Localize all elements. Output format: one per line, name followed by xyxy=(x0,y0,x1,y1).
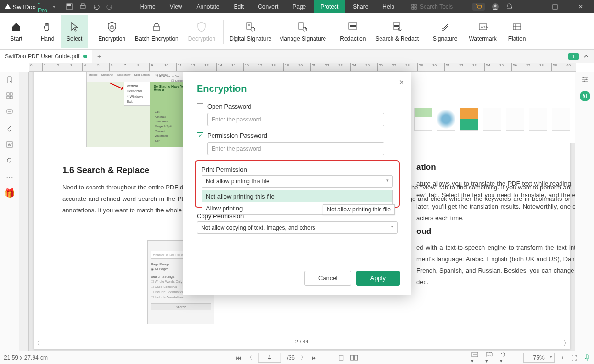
svg-rect-15 xyxy=(299,23,303,29)
manage-sign-icon xyxy=(297,21,308,33)
maximize-button[interactable] xyxy=(545,0,564,13)
pin-icon[interactable] xyxy=(584,354,590,361)
svg-line-37 xyxy=(11,162,12,164)
redaction-button[interactable]: Redaction xyxy=(334,15,371,48)
digital-sign-icon xyxy=(245,21,256,33)
modal-title: Encryption xyxy=(197,83,398,94)
menu-edit[interactable]: Edit xyxy=(227,0,251,13)
save-icon[interactable] xyxy=(66,3,73,11)
statusbar: 21.59 x 27.94 cm ⏮ 〈 4 /36 〉 ⏭ ▾ ▾ ▾ − 7… xyxy=(0,351,594,364)
menu-page[interactable]: Page xyxy=(286,0,313,13)
view-facing-icon[interactable] xyxy=(350,354,358,361)
apply-button[interactable]: Apply xyxy=(356,271,400,286)
menu-home[interactable]: Home xyxy=(134,0,162,13)
fit-width-icon[interactable]: ▾ xyxy=(471,351,479,364)
app-logo[interactable]: SwifDoo-Pro ▼ xyxy=(0,0,60,14)
copy-permission-dropdown[interactable]: Not allow copying of text, images, and o… xyxy=(197,221,398,234)
cart-icon[interactable] xyxy=(472,3,485,11)
search-redact-button[interactable]: Search & Redact xyxy=(371,15,423,48)
add-tab-button[interactable]: + xyxy=(92,53,106,60)
bookmark-icon[interactable] xyxy=(5,75,14,84)
collapse-ribbon-icon[interactable] xyxy=(581,54,592,59)
next-page-arrow[interactable]: 〉 xyxy=(563,339,570,348)
menu-help[interactable]: Help xyxy=(376,0,401,13)
svg-rect-11 xyxy=(111,26,113,29)
layers-icon[interactable]: ⋯ xyxy=(5,172,14,182)
app-menu-dropdown-icon[interactable]: ▼ xyxy=(52,5,56,9)
watermark-button[interactable]: WXN Watermark xyxy=(463,15,502,48)
minimize-button[interactable]: ─ xyxy=(519,0,538,13)
open-password-input[interactable]: Enter the password xyxy=(207,113,384,126)
page-dimensions: 21.59 x 27.94 cm xyxy=(4,354,48,361)
attachments-icon[interactable] xyxy=(5,123,14,133)
svg-rect-7 xyxy=(415,7,416,9)
search-tools-input[interactable] xyxy=(420,3,472,10)
permission-password-input[interactable]: Enter the password xyxy=(207,142,384,155)
page-input[interactable]: 4 xyxy=(258,353,281,363)
menu-annotate[interactable]: Annotate xyxy=(190,0,226,13)
zoom-out-icon[interactable]: − xyxy=(513,355,516,361)
open-password-checkbox[interactable] xyxy=(197,103,203,110)
redo-icon[interactable] xyxy=(106,3,113,11)
page-navigation: ⏮ 〈 4 /36 〉 ⏭ xyxy=(236,353,358,363)
svg-rect-44 xyxy=(339,355,343,360)
swifdo-logo-icon xyxy=(4,3,11,11)
first-page-icon[interactable]: ⏮ xyxy=(236,355,241,361)
bell-icon[interactable] xyxy=(506,3,513,10)
signature-button[interactable]: Signature xyxy=(427,15,463,48)
search-icon[interactable] xyxy=(5,156,14,165)
svg-rect-45 xyxy=(351,355,354,360)
menu-view[interactable]: View xyxy=(163,0,189,13)
close-button[interactable]: ✕ xyxy=(571,0,590,13)
batch-encryption-button[interactable]: Batch Encryption xyxy=(131,15,182,48)
ai-badge[interactable]: AI xyxy=(580,91,590,101)
shield-lock-icon xyxy=(106,21,118,33)
menu-convert[interactable]: Convert xyxy=(251,0,285,13)
select-button[interactable]: Select xyxy=(61,15,88,48)
thumbnails-icon[interactable] xyxy=(5,91,14,100)
search-tools[interactable] xyxy=(405,3,472,10)
tabbar: SwifDoo PDF User Guide.pdf + 1 xyxy=(0,50,594,63)
grid-icon xyxy=(411,4,417,10)
ribbon: Start Hand Select Encryption Batch Encry… xyxy=(0,13,594,50)
svg-point-36 xyxy=(7,158,11,162)
encryption-button[interactable]: Encryption xyxy=(92,15,131,48)
print-icon[interactable] xyxy=(79,3,87,11)
rotate-icon[interactable]: ▾ xyxy=(500,351,506,364)
word-icon[interactable]: W xyxy=(5,140,14,149)
zoom-level[interactable]: 75% xyxy=(523,353,555,363)
print-option-not-allow[interactable]: Not allow printing this file xyxy=(202,190,392,202)
print-permission-dropdown[interactable]: Not allow printing this file xyxy=(202,175,393,188)
fullscreen-icon[interactable] xyxy=(571,354,578,361)
start-button[interactable]: Start xyxy=(3,15,30,48)
undo-icon[interactable] xyxy=(92,3,100,11)
menu-share[interactable]: Share xyxy=(346,0,375,13)
svg-point-42 xyxy=(585,79,587,80)
zoom-in-icon[interactable]: + xyxy=(561,355,564,361)
last-page-icon[interactable]: ⏭ xyxy=(312,355,317,361)
prev-page-icon[interactable]: 〈 xyxy=(247,354,252,361)
user-icon[interactable] xyxy=(492,3,499,11)
permission-password-checkbox[interactable]: ✓ xyxy=(197,132,203,139)
read-mode-icon[interactable]: ▾ xyxy=(485,351,493,364)
modified-indicator xyxy=(83,55,87,58)
svg-point-43 xyxy=(583,81,585,82)
main-menu: Home View Annotate Edit Convert Page Pro… xyxy=(134,0,401,13)
document-tab[interactable]: SwifDoo PDF User Guide.pdf xyxy=(0,50,92,63)
hand-button[interactable]: Hand xyxy=(34,15,61,48)
gift-icon[interactable]: 🎁 xyxy=(5,188,14,198)
page-badge[interactable]: 1 xyxy=(568,53,579,60)
prev-page-arrow[interactable]: 〈 xyxy=(34,339,40,348)
digital-signature-button[interactable]: Digital Signature xyxy=(225,15,275,48)
manage-signature-button[interactable]: Manage Signature xyxy=(275,15,330,48)
svg-point-9 xyxy=(494,5,497,7)
svg-rect-10 xyxy=(553,5,557,9)
menu-protect[interactable]: Protect xyxy=(314,0,345,13)
settings-icon[interactable] xyxy=(580,75,590,84)
cancel-button[interactable]: Cancel xyxy=(304,271,351,286)
next-page-icon[interactable]: 〉 xyxy=(301,354,306,361)
flatten-button[interactable]: Flatten xyxy=(503,15,532,48)
comments-icon[interactable] xyxy=(5,107,14,117)
view-single-icon[interactable] xyxy=(338,354,345,361)
modal-close-icon[interactable]: ✕ xyxy=(399,78,404,86)
